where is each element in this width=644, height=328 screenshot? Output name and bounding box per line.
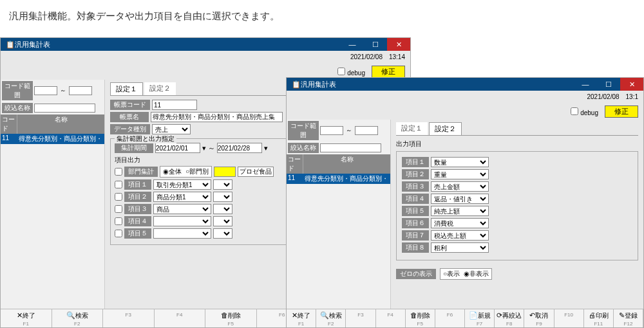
toolbar-button[interactable]: F6	[435, 309, 465, 327]
toolbar-icon: ✎	[619, 311, 625, 319]
code-from-input[interactable]	[320, 126, 343, 135]
toolbar-button[interactable]: 🔍検索F2	[52, 309, 104, 327]
out-item-select[interactable]: 重量	[431, 169, 489, 179]
window-icon: 📋	[292, 80, 301, 89]
toolbar-button[interactable]: ↶取消F9	[524, 309, 554, 327]
output-items-legend: 出力項目	[396, 140, 638, 149]
toolbar-button[interactable]: 🗑削除F5	[406, 309, 435, 327]
item-label: 項目３	[124, 204, 151, 214]
toolbar-button[interactable]: F3	[346, 309, 375, 327]
name-filter-input[interactable]	[34, 104, 95, 113]
item-check[interactable]	[115, 205, 122, 213]
output-items-group: 項目１ 数量項目２ 重量項目３ 売上金額項目４ 返品・値引き項目５ 純売上額項目…	[396, 151, 638, 260]
code-to-input[interactable]	[355, 126, 378, 135]
item-select[interactable]	[153, 216, 211, 226]
toolbar-icon: 🖨	[589, 311, 596, 319]
toolbar-icon: ↶	[529, 311, 535, 319]
toolbar-button[interactable]: 🔍検索F2	[316, 309, 346, 327]
tab-settings-1[interactable]: 設定１	[110, 82, 143, 95]
maximize-button[interactable]: ☐	[597, 78, 620, 91]
out-item-select[interactable]: 純売上額	[431, 206, 489, 216]
report-code-label: 帳票コード	[110, 100, 150, 110]
item-check[interactable]	[115, 217, 122, 225]
dept-name-input[interactable]	[238, 167, 274, 177]
dept-check[interactable]	[115, 168, 122, 176]
toolbar-button[interactable]: F3	[103, 309, 155, 327]
item-select[interactable]: 取引先分類1	[153, 179, 211, 190]
item-sub-select[interactable]	[213, 204, 232, 214]
dept-agg-label: 部門集計	[124, 167, 158, 177]
toolbar-button[interactable]: F10	[554, 309, 584, 327]
code-to-input[interactable]	[69, 86, 92, 95]
toolbar-button[interactable]: ✕終了F1	[287, 309, 316, 327]
list-row[interactable]: 11 得意先分類別・商品分類別・	[287, 174, 390, 184]
toolbar-button[interactable]: 📄新規F7	[465, 309, 495, 327]
period-to-input[interactable]	[217, 143, 262, 153]
close-button[interactable]: ✕	[387, 38, 410, 51]
dept-code-input[interactable]	[214, 167, 236, 177]
item-sub-select[interactable]	[213, 228, 232, 239]
item-sub-select[interactable]	[213, 179, 232, 190]
item-check[interactable]	[115, 193, 122, 201]
period-from-input[interactable]	[155, 143, 200, 153]
out-item-select[interactable]: 数量	[431, 157, 489, 167]
minimize-button[interactable]: —	[341, 38, 364, 51]
datetime: 2021/02/08 13:1	[587, 93, 638, 102]
modify-button[interactable]: 修正	[372, 66, 405, 78]
out-item-label: 項目３	[402, 181, 429, 192]
toolbar-button[interactable]: ✎登録F12	[614, 309, 643, 327]
toolbar-icon: 🗑	[410, 311, 417, 319]
minimize-button[interactable]: —	[574, 78, 597, 91]
debug-check[interactable]: debug	[571, 107, 598, 116]
out-item-select[interactable]: 返品・値引き	[431, 194, 489, 204]
modify-button[interactable]: 修正	[605, 105, 638, 118]
toolbar-icon: 🔍	[66, 311, 75, 319]
out-item-select[interactable]: 粗利	[431, 242, 489, 253]
tab-settings-1[interactable]: 設定１	[396, 122, 428, 135]
out-item-label: 項目５	[402, 206, 429, 216]
titlebar[interactable]: 📋 汎用集計表 — ☐ ✕	[1, 38, 410, 51]
out-item-select[interactable]: 売上金額	[431, 181, 489, 192]
toolbar-button[interactable]: 🗑削除F5	[205, 309, 257, 327]
name-filter-input[interactable]	[320, 143, 381, 152]
top-info-row: 2021/02/08 13:1	[287, 91, 643, 104]
item-check[interactable]	[115, 181, 122, 188]
date-dropdown-icon[interactable]: ▾	[202, 144, 206, 152]
right-panel: 設定１ 設定２ 出力項目 項目１ 数量項目２ 重量項目３ 売上金額項目４ 返品・…	[391, 120, 643, 316]
out-item-label: 項目７	[402, 230, 429, 241]
data-type-select[interactable]: 売上	[152, 124, 191, 134]
date-dropdown-icon[interactable]: ▾	[264, 144, 268, 152]
report-code-input[interactable]	[152, 100, 197, 110]
toolbar-icon: 📄	[469, 311, 478, 319]
out-item-label: 項目１	[402, 157, 429, 167]
titlebar[interactable]: 📋 汎用集計表 — ☐ ✕	[287, 78, 643, 91]
zero-display-radio[interactable]: ○表示 ◉非表示	[440, 268, 492, 280]
item-sub-select[interactable]	[213, 192, 232, 202]
window-2: 📋 汎用集計表 — ☐ ✕ 2021/02/08 13:1 debug 修正 コ…	[286, 77, 644, 328]
item-label: 項目２	[124, 192, 151, 202]
toolbar-button[interactable]: F4	[376, 309, 406, 327]
item-select[interactable]: 商品	[153, 204, 211, 214]
debug-check[interactable]: debug	[337, 68, 365, 77]
toolbar-button[interactable]: F4	[155, 309, 206, 327]
toolbar-button[interactable]: ⟳再絞込F8	[495, 309, 524, 327]
item-sub-select[interactable]	[213, 216, 232, 226]
out-item-select[interactable]: 消費税	[431, 218, 489, 228]
report-name-input[interactable]	[151, 112, 283, 122]
close-button[interactable]: ✕	[620, 78, 643, 91]
tab-settings-2[interactable]: 設定２	[144, 82, 176, 95]
item-check[interactable]	[115, 230, 122, 237]
dept-radio-group[interactable]: ◉全体 ○部門別	[160, 166, 212, 178]
item-select[interactable]: 商品分類1	[153, 192, 211, 202]
toolbar-button[interactable]: 🖨印刷F11	[584, 309, 614, 327]
tab-settings-2[interactable]: 設定２	[429, 122, 462, 135]
range-legend: 集計範囲と出力指定	[115, 134, 176, 143]
code-from-input[interactable]	[34, 86, 57, 95]
list-row[interactable]: 11 得意先分類別・商品分類別・	[1, 134, 104, 144]
maximize-button[interactable]: ☐	[364, 38, 387, 51]
item-label: 項目５	[124, 228, 151, 239]
out-item-select[interactable]: 税込売上額	[431, 230, 489, 241]
toolbar-button[interactable]: ✕終了F1	[1, 309, 52, 327]
item-select[interactable]	[153, 228, 211, 239]
left-panel: コード範囲 ～ 絞込名称 コード 名称 11 得意先分類別・商品分類別・	[287, 120, 391, 316]
